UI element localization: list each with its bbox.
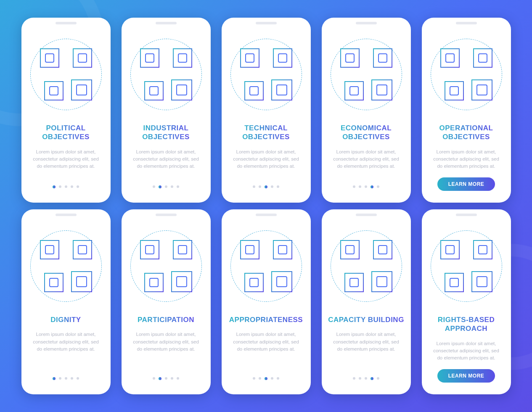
illustration-circle bbox=[30, 39, 102, 110]
mini-icon bbox=[445, 81, 464, 100]
mini-icon bbox=[271, 271, 292, 292]
page-indicator bbox=[353, 185, 379, 194]
mini-icon bbox=[171, 271, 192, 292]
page-dot[interactable] bbox=[77, 377, 79, 380]
page-dot[interactable] bbox=[377, 185, 379, 188]
page-dot[interactable] bbox=[353, 185, 355, 188]
illustration-circle bbox=[331, 39, 402, 110]
mini-icon bbox=[173, 240, 192, 259]
mini-icon bbox=[144, 81, 164, 100]
page-dot[interactable] bbox=[265, 185, 267, 188]
mini-icon bbox=[340, 240, 360, 259]
mini-icon bbox=[73, 48, 92, 68]
page-dot[interactable] bbox=[271, 185, 273, 188]
phone-notch bbox=[256, 214, 277, 216]
page-dot[interactable] bbox=[71, 377, 73, 380]
page-dot[interactable] bbox=[171, 185, 173, 188]
page-indicator bbox=[153, 377, 179, 386]
onboarding-phone: DIGNITYLorem ipsum dolor sit amet, conse… bbox=[21, 209, 111, 394]
mini-icon-cluster bbox=[437, 237, 496, 296]
phone-notch bbox=[56, 214, 77, 216]
page-dot[interactable] bbox=[353, 377, 355, 380]
page-dot[interactable] bbox=[365, 185, 367, 188]
onboarding-phone: OPERATIONAL OBJECTIVESLorem ipsum dolor … bbox=[422, 18, 511, 203]
page-dot[interactable] bbox=[177, 377, 179, 380]
page-dot[interactable] bbox=[253, 377, 255, 380]
page-dot[interactable] bbox=[71, 185, 73, 188]
page-dot[interactable] bbox=[177, 185, 179, 188]
phone-notch bbox=[56, 22, 77, 24]
page-dot[interactable] bbox=[153, 185, 155, 188]
page-dot[interactable] bbox=[259, 377, 261, 380]
card-title: OPERATIONAL OBJECTIVES bbox=[439, 124, 493, 142]
page-dot[interactable] bbox=[359, 377, 361, 380]
card-description: Lorem ipsum dolor sit amet, consectetur … bbox=[127, 148, 205, 170]
page-dot[interactable] bbox=[277, 185, 279, 188]
illustration-circle bbox=[331, 230, 402, 302]
card-title: DIGNITY bbox=[50, 315, 81, 324]
page-dot[interactable] bbox=[371, 185, 373, 188]
card-title: INDUSTRIAL OBJECTIVES bbox=[142, 124, 190, 142]
onboarding-phone: APPROPRIATENESSLorem ipsum dolor sit ame… bbox=[222, 209, 311, 394]
mini-icon bbox=[244, 273, 264, 292]
page-dot[interactable] bbox=[359, 185, 361, 188]
mini-icon bbox=[140, 48, 159, 68]
card-description: Lorem ipsum dolor sit amet, consectetur … bbox=[27, 331, 105, 353]
mini-icon bbox=[144, 273, 164, 292]
page-dot[interactable] bbox=[259, 185, 261, 188]
learn-more-button[interactable]: LEARN MORE bbox=[437, 177, 495, 191]
phone-notch bbox=[156, 22, 177, 24]
page-dot[interactable] bbox=[53, 185, 56, 188]
phone-notch bbox=[156, 214, 177, 216]
page-dot[interactable] bbox=[65, 377, 67, 380]
mini-icon bbox=[373, 240, 392, 259]
mini-icon bbox=[473, 48, 492, 68]
page-dot[interactable] bbox=[377, 377, 379, 380]
card-description: Lorem ipsum dolor sit amet, consectetur … bbox=[228, 331, 305, 353]
page-dot[interactable] bbox=[65, 185, 67, 188]
mini-icon bbox=[271, 79, 292, 100]
page-dot[interactable] bbox=[159, 377, 161, 380]
onboarding-phone: RIGHTS-BASED APPROACHLorem ipsum dolor s… bbox=[422, 209, 511, 394]
page-dot[interactable] bbox=[59, 185, 61, 188]
page-dot[interactable] bbox=[59, 377, 61, 380]
page-dot[interactable] bbox=[53, 377, 56, 380]
page-dot[interactable] bbox=[165, 185, 167, 188]
mini-icon-cluster bbox=[237, 45, 296, 104]
illustration-circle bbox=[30, 230, 102, 302]
page-indicator bbox=[53, 185, 79, 194]
mini-icon bbox=[40, 240, 59, 259]
page-dot[interactable] bbox=[277, 377, 279, 380]
learn-more-button[interactable]: LEARN MORE bbox=[437, 369, 495, 383]
page-indicator bbox=[353, 377, 379, 386]
page-dot[interactable] bbox=[165, 377, 167, 380]
mini-icon bbox=[373, 48, 392, 68]
illustration-circle bbox=[130, 230, 202, 302]
card-description: Lorem ipsum dolor sit amet, consectetur … bbox=[328, 331, 405, 353]
page-dot[interactable] bbox=[77, 185, 79, 188]
illustration-circle bbox=[431, 230, 502, 302]
mini-icon bbox=[344, 81, 364, 100]
page-dot[interactable] bbox=[371, 377, 373, 380]
phone-notch bbox=[356, 214, 377, 216]
mini-icon-cluster bbox=[37, 45, 95, 104]
illustration-circle bbox=[230, 230, 302, 302]
mini-icon bbox=[340, 48, 360, 68]
page-dot[interactable] bbox=[153, 377, 155, 380]
mini-icon bbox=[240, 240, 259, 259]
onboarding-phone: INDUSTRIAL OBJECTIVESLorem ipsum dolor s… bbox=[122, 18, 211, 203]
illustration-circle bbox=[130, 39, 202, 110]
page-dot[interactable] bbox=[265, 377, 267, 380]
mini-icon bbox=[371, 271, 392, 292]
page-dot[interactable] bbox=[159, 185, 161, 188]
phone-notch bbox=[356, 22, 377, 24]
mini-icon-cluster bbox=[237, 237, 296, 296]
mini-icon-cluster bbox=[137, 45, 196, 104]
mini-icon bbox=[240, 48, 259, 68]
mini-icon bbox=[71, 79, 92, 100]
page-dot[interactable] bbox=[171, 377, 173, 380]
page-dot[interactable] bbox=[365, 377, 367, 380]
card-title: POLITICAL OBJECTIVES bbox=[42, 124, 90, 142]
page-dot[interactable] bbox=[271, 377, 273, 380]
page-dot[interactable] bbox=[253, 185, 255, 188]
